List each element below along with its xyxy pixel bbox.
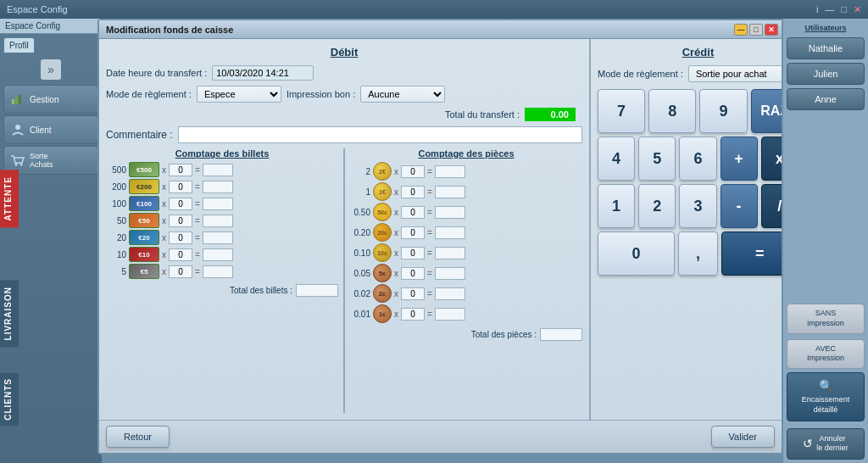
- bill-result-5[interactable]: [203, 265, 233, 278]
- avec-impression-btn[interactable]: AVECImpression: [787, 339, 865, 369]
- total-label: Total du transfert :: [445, 109, 520, 120]
- annuler-dernier-btn[interactable]: ↺ Annulerle dernier: [787, 428, 865, 460]
- mode-debit-select[interactable]: Espece: [197, 86, 281, 103]
- valider-button[interactable]: Valider: [711, 426, 775, 448]
- calc-btn-4[interactable]: 4: [598, 137, 635, 181]
- debit-panel: Débit Date heure du transfert : Mode de …: [99, 39, 591, 420]
- calc-btn-8[interactable]: 8: [648, 89, 696, 133]
- calc-btn-minus[interactable]: -: [721, 184, 758, 228]
- billets-title: Comptage des billets: [106, 148, 338, 159]
- bill-count-200[interactable]: [169, 181, 192, 193]
- minimize-icon[interactable]: —: [825, 4, 834, 15]
- user-nathalie-btn[interactable]: Nathalie: [787, 37, 865, 59]
- bill-count-500[interactable]: [169, 164, 192, 176]
- calc-btn-1[interactable]: 1: [598, 184, 635, 228]
- bill-result-10[interactable]: [203, 248, 233, 261]
- coin-count-005[interactable]: [401, 267, 425, 280]
- user-julien-btn[interactable]: Julien: [787, 63, 865, 85]
- retour-button[interactable]: Retour: [106, 426, 170, 448]
- debit-title: Débit: [106, 46, 582, 59]
- bill-result-20[interactable]: [203, 232, 233, 244]
- coins-section: Comptage des pièces 2 2€ x = 1 1€ x: [350, 148, 582, 413]
- coin-count-001[interactable]: [401, 308, 425, 321]
- bill-count-10[interactable]: [169, 248, 192, 261]
- bill-result-500[interactable]: [203, 164, 233, 176]
- bill-result-50[interactable]: [203, 215, 233, 227]
- coin-count-010[interactable]: [401, 247, 425, 259]
- svg-rect-1: [15, 97, 18, 104]
- commentaire-input[interactable]: [178, 126, 582, 143]
- sidebar-tabs: Profil: [0, 34, 102, 53]
- coin-result-020[interactable]: [435, 226, 465, 239]
- dialog-close-btn[interactable]: ✕: [765, 24, 778, 36]
- coin-result-010[interactable]: [435, 247, 465, 259]
- calc-btn-5[interactable]: 5: [638, 137, 676, 181]
- calc-btn-7[interactable]: 7: [598, 89, 645, 133]
- undo-icon: ↺: [803, 436, 813, 451]
- impression-select[interactable]: Aucune: [360, 86, 445, 103]
- calc-btn-2[interactable]: 2: [638, 184, 676, 228]
- bill-count-5[interactable]: [169, 265, 192, 278]
- coin-row-005: 0.05 5c x =: [350, 264, 582, 282]
- coin-result-1[interactable]: [435, 186, 465, 198]
- svg-rect-2: [19, 95, 21, 104]
- total-coins-input[interactable]: [540, 328, 582, 341]
- total-bills-input[interactable]: [296, 284, 338, 297]
- calc-btn-multiply[interactable]: x: [761, 137, 782, 181]
- coin-count-050[interactable]: [401, 206, 425, 219]
- sidebar-item-client[interactable]: Client: [3, 115, 98, 144]
- dialog-title: Modification fonds de caisse: [103, 25, 233, 35]
- bill-count-20[interactable]: [169, 232, 192, 244]
- close-icon[interactable]: ✕: [854, 4, 861, 15]
- calc-btn-equals[interactable]: =: [721, 232, 782, 276]
- coin-count-020[interactable]: [401, 226, 425, 239]
- tab-profil[interactable]: Profil: [3, 37, 35, 53]
- calc-btn-0[interactable]: 0: [598, 232, 675, 276]
- bill-count-50[interactable]: [169, 215, 192, 227]
- calc-btn-3[interactable]: 3: [679, 184, 716, 228]
- calc-btn-divide[interactable]: /: [761, 184, 782, 228]
- total-bills-label: Total des billets :: [230, 286, 292, 295]
- pieces-title: Comptage des pièces: [350, 148, 582, 159]
- svg-point-4: [15, 164, 18, 166]
- restore-icon[interactable]: □: [841, 4, 847, 15]
- coin-image-050: 50c: [373, 203, 392, 221]
- dialog-window-controls[interactable]: — □ ✕: [734, 24, 778, 36]
- bill-result-200[interactable]: [203, 181, 233, 193]
- date-input[interactable]: [212, 65, 314, 81]
- dialog-minimize-btn[interactable]: —: [734, 24, 748, 36]
- credit-mode-select[interactable]: Sortie pour achat: [688, 65, 782, 82]
- bill-result-100[interactable]: [203, 198, 233, 210]
- calc-btn-comma[interactable]: ,: [678, 232, 718, 276]
- calc-btn-raz[interactable]: RAZ: [751, 89, 782, 133]
- encaissement-detaille-btn[interactable]: 🔍 Encaissementdétaillé: [787, 372, 865, 421]
- calc-btn-plus[interactable]: +: [721, 137, 758, 181]
- livraison-label: LIVRAISON: [0, 280, 19, 347]
- coin-count-2[interactable]: [401, 165, 425, 178]
- calc-btn-9[interactable]: 9: [699, 89, 747, 133]
- bill-row-200: 200 €200 x =: [106, 179, 338, 194]
- coin-count-1[interactable]: [401, 186, 425, 198]
- coin-result-002[interactable]: [435, 287, 465, 300]
- coin-image-020: 20c: [373, 223, 392, 242]
- coin-result-050[interactable]: [435, 206, 465, 219]
- coin-result-005[interactable]: [435, 267, 465, 280]
- user-anne-btn[interactable]: Anne: [787, 88, 865, 110]
- chart-icon: [9, 92, 26, 106]
- credit-mode-label: Mode de règlement :: [598, 69, 683, 79]
- bill-image-100: €100: [129, 196, 159, 211]
- sidebar-item-gestion[interactable]: Gestion: [3, 85, 98, 114]
- coin-count-002[interactable]: [401, 287, 425, 300]
- dialog-restore-btn[interactable]: □: [749, 24, 763, 36]
- coin-row-1: 1 1€ x =: [350, 182, 582, 201]
- coin-result-001[interactable]: [435, 308, 465, 321]
- credit-panel: Crédit Mode de règlement : Sortie pour a…: [591, 39, 782, 420]
- coin-result-2[interactable]: [435, 165, 465, 178]
- bill-count-100[interactable]: [169, 198, 192, 210]
- sidebar-item-client-label: Client: [30, 126, 52, 135]
- window-controls[interactable]: i — □ ✕: [816, 4, 861, 15]
- sidebar-expand-btn[interactable]: »: [41, 59, 61, 80]
- calc-btn-6[interactable]: 6: [679, 137, 716, 181]
- coin-image-002: 2c: [373, 284, 392, 303]
- sans-impression-btn[interactable]: SANSimpression: [787, 304, 865, 333]
